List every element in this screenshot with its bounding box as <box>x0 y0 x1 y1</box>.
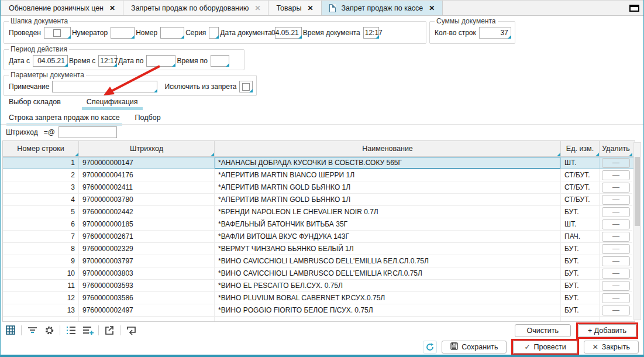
doc-date-field[interactable]: 04.05.21 <box>275 27 302 39</box>
tab-retail-price-update[interactable]: Обновление розничных цен ✕ <box>1 1 123 15</box>
barcode-cell[interactable]: 9700000003803 <box>79 267 215 280</box>
barcode-cell[interactable]: 9700000000147 <box>79 157 215 169</box>
table-row[interactable]: 139760000002497*ВИНО POGGIO FIORITO БЕЛО… <box>3 304 635 317</box>
column-header-row-number[interactable]: Номер строки <box>3 141 79 156</box>
save-button[interactable]: Сохранить <box>442 341 507 353</box>
note-field[interactable] <box>52 81 157 92</box>
numerator-field[interactable] <box>111 27 135 39</box>
table-row[interactable]: 89760000002329*ВЕРМУТ ЧИНЗАНО БЬЯНКО БЕЛ… <box>3 243 635 255</box>
time-to-field[interactable] <box>211 55 229 67</box>
tab-ban-row[interactable]: Строка запрета продаж по кассе <box>6 112 133 125</box>
delete-row-button[interactable]: — <box>602 305 630 315</box>
close-icon[interactable]: ✕ <box>109 4 115 12</box>
table-row[interactable]: 19700000000147*АНАНАСЫ ДОБРАДА КУСОЧКИ В… <box>3 157 635 169</box>
unit-cell[interactable]: СТ/БУТ. <box>561 181 600 194</box>
delete-row-button[interactable]: — <box>602 183 630 193</box>
name-cell[interactable]: *АНАНАСЫ ДОБРАДА КУСОЧКИ В СОБСТВ.СОКУ 5… <box>215 157 561 169</box>
unit-cell[interactable]: БУТ. <box>561 267 600 280</box>
name-cell[interactable]: *АПЕРИТИВ MARTIN GOLD БЬЯНКО 1Л <box>215 194 561 206</box>
table-row[interactable]: 39760000002411*АПЕРИТИВ MARTIN GOLD БЬЯН… <box>3 181 635 194</box>
tab-equipment-sale-bans[interactable]: Запреты продаж по оборудованию ✕ <box>123 1 268 15</box>
unit-cell[interactable]: ПАЧ. <box>561 231 600 243</box>
unit-cell[interactable]: БУТ. <box>561 206 600 218</box>
time-from-field[interactable]: 12:17 <box>98 55 117 67</box>
row-number-cell[interactable]: 10 <box>3 267 79 280</box>
unit-cell[interactable]: БУТ. <box>561 243 600 255</box>
delete-row-button[interactable]: — <box>602 269 630 279</box>
delete-row-button[interactable]: — <box>602 232 630 242</box>
scrollbar-thumb[interactable] <box>635 157 640 226</box>
table-row[interactable]: 119760000003593*ВИНО EL PESCAITO БЕЛ.СУХ… <box>3 280 635 292</box>
clear-button[interactable]: Очистить <box>515 324 571 337</box>
close-icon[interactable]: ✕ <box>254 4 260 12</box>
tab-specification[interactable]: Спецификация <box>82 96 146 109</box>
tab-warehouse-selection[interactable]: Выбор складов <box>4 96 69 109</box>
barcode-filter-input[interactable] <box>58 126 117 138</box>
export-icon[interactable] <box>103 324 116 337</box>
unit-cell[interactable]: БУТ. <box>561 292 600 304</box>
row-number-cell[interactable]: 7 <box>3 231 79 243</box>
row-number-cell[interactable]: 13 <box>3 304 79 317</box>
name-cell[interactable]: *ВИНО POGGIO FIORITO БЕЛОЕ П/СУХ. 0.75Л <box>215 304 561 317</box>
barcode-cell[interactable]: 9760000002497 <box>79 304 215 317</box>
name-cell[interactable]: *ВИНО EL PESCAITO БЕЛ.СУХ. 0.75Л <box>215 280 561 292</box>
gear-icon[interactable] <box>43 324 56 337</box>
name-cell[interactable]: *ВИНО CAVICCHIOLI LAMBRUSCO DELL'EMILLIA… <box>215 255 561 267</box>
barcode-cell[interactable]: 9700000004176 <box>79 169 215 181</box>
vertical-scrollbar[interactable] <box>633 142 641 320</box>
number-field[interactable] <box>160 27 184 39</box>
row-number-cell[interactable]: 1 <box>3 157 79 169</box>
column-header-unit[interactable]: Ед. изм. <box>561 141 600 156</box>
exclude-field[interactable] <box>239 81 253 92</box>
barcode-cell[interactable]: 9700000003780 <box>79 194 215 206</box>
unit-cell[interactable]: ШТ. <box>561 218 600 231</box>
posted-field[interactable] <box>44 27 71 39</box>
unit-cell[interactable]: БУТ. <box>561 255 600 267</box>
name-cell[interactable]: *БРЕНДИ NAPOLEON LE CHEVALIER NOIR 0.7Л <box>215 206 561 218</box>
name-cell[interactable]: *ВИНО PLUVIUM BOBAL CABERNET КР.СУХ.0.75… <box>215 292 561 304</box>
row-number-cell[interactable]: 4 <box>3 194 79 206</box>
unit-cell[interactable]: БУТ. <box>561 280 600 292</box>
table-row[interactable]: 69700000000185*ВАФЕЛЬНЫЙ БАТОНЧИК ВИТЬБА… <box>3 218 635 231</box>
close-icon[interactable]: ✕ <box>307 4 313 12</box>
table-row[interactable]: 79760000002671*ВАФЛИ ВИТОША ВКУС ФУНДУКА… <box>3 231 635 243</box>
delete-row-button[interactable]: — <box>602 170 630 180</box>
barcode-cell[interactable]: 9760000002411 <box>79 181 215 194</box>
add-button[interactable]: + Добавить <box>578 324 636 337</box>
delete-row-button[interactable]: — <box>602 281 630 291</box>
date-from-field[interactable]: 04.05.21 <box>33 55 68 67</box>
doc-time-field[interactable]: 12:17 <box>363 27 379 39</box>
delete-row-button[interactable]: — <box>602 256 630 266</box>
column-header-barcode[interactable]: Штрихкод <box>79 141 215 156</box>
column-header-delete[interactable]: Удалить <box>600 141 632 156</box>
unit-cell[interactable]: СТ/БУТ. <box>561 194 600 206</box>
table-row[interactable]: 59760000002442*БРЕНДИ NAPOLEON LE CHEVAL… <box>3 206 635 218</box>
barcode-cell[interactable]: 9760000002329 <box>79 243 215 255</box>
delete-row-button[interactable]: — <box>602 158 630 168</box>
name-cell[interactable]: *ВЕРМУТ ЧИНЗАНО БЬЯНКО БЕЛЫЙ 1Л <box>215 243 561 255</box>
unit-cell[interactable]: ШТ. <box>561 157 600 169</box>
barcode-cell[interactable]: 9760000003593 <box>79 280 215 292</box>
table-row[interactable]: 129760000003586*ВИНО PLUVIUM BOBAL CABER… <box>3 292 635 304</box>
barcode-cell[interactable]: 9700000000185 <box>79 218 215 231</box>
grid-settings-icon[interactable] <box>4 324 17 337</box>
table-row[interactable]: 49700000003780*АПЕРИТИВ MARTIN GOLD БЬЯН… <box>3 194 635 206</box>
table-row[interactable]: 29700000004176*АПЕРИТИВ MARTIN BIANCO ШЕ… <box>3 169 635 181</box>
barcode-cell[interactable]: 9700000003797 <box>79 255 215 267</box>
name-cell[interactable]: *ВИНО CAVICCHIOLI LAMBRUSCO DELL'EMILLIA… <box>215 267 561 280</box>
name-cell[interactable]: *АПЕРИТИВ MARTIN BIANCO ШЕРРИ 1Л <box>215 169 561 181</box>
filter-icon[interactable] <box>26 324 39 337</box>
close-button[interactable]: ✕ Закрыть <box>584 341 639 353</box>
table-row[interactable]: 99700000003797*ВИНО CAVICCHIOLI LAMBRUSC… <box>3 255 635 267</box>
barcode-cell[interactable]: 9760000003586 <box>79 292 215 304</box>
row-number-cell[interactable]: 3 <box>3 181 79 194</box>
barcode-cell[interactable]: 9760000002442 <box>79 206 215 218</box>
series-field[interactable] <box>209 27 219 39</box>
exclude-checkbox[interactable] <box>242 83 250 91</box>
close-icon[interactable]: ✕ <box>429 4 435 12</box>
maximize-icon[interactable] <box>629 5 639 12</box>
name-cell[interactable]: *ВАФЕЛЬНЫЙ БАТОНЧИК ВИТЬБА 35Г <box>215 218 561 231</box>
row-number-cell[interactable]: 5 <box>3 206 79 218</box>
row-number-cell[interactable]: 6 <box>3 218 79 231</box>
name-cell[interactable]: *ВАФЛИ ВИТОША ВКУС ФУНДУКА 143Г <box>215 231 561 243</box>
